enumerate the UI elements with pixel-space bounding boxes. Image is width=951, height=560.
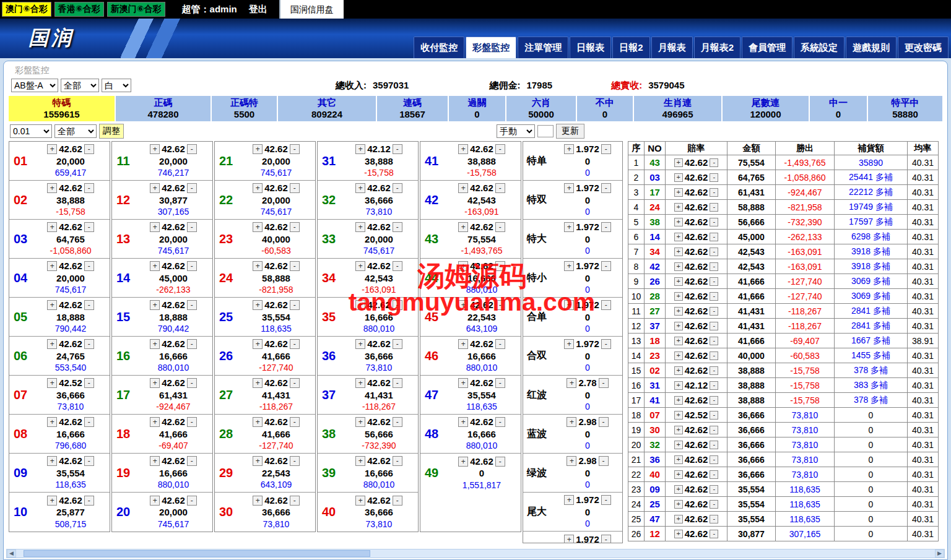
odds-plus-button[interactable]: +: [253, 496, 263, 506]
odds-minus-button[interactable]: -: [187, 183, 197, 193]
odds-plus-button[interactable]: +: [458, 222, 468, 232]
odds-plus-button[interactable]: +: [564, 300, 574, 310]
odds-plus-button[interactable]: +: [674, 203, 683, 212]
category-tab[interactable]: 正碼特5500: [212, 96, 277, 121]
odds-plus-button[interactable]: +: [458, 417, 468, 427]
odds-minus-button[interactable]: -: [290, 222, 300, 232]
odds-plus-button[interactable]: +: [674, 277, 683, 286]
odds-plus-button[interactable]: +: [674, 307, 683, 316]
odds-plus-button[interactable]: +: [150, 496, 160, 506]
odds-minus-button[interactable]: -: [495, 222, 505, 232]
scroll-thumb[interactable]: [24, 550, 370, 557]
odds-minus-button[interactable]: -: [601, 495, 611, 505]
odds-minus-button[interactable]: -: [187, 261, 197, 271]
odds-plus-button[interactable]: +: [674, 530, 683, 538]
odds-minus-button[interactable]: -: [290, 496, 300, 506]
nav-tab[interactable]: 日報表: [570, 37, 611, 58]
odds-plus-button[interactable]: +: [150, 222, 160, 232]
odds-minus-button[interactable]: -: [187, 496, 197, 506]
odds-plus-button[interactable]: +: [458, 300, 468, 310]
odds-minus-button[interactable]: -: [710, 500, 718, 509]
category-tab[interactable]: 不中0: [577, 96, 633, 121]
odds-plus-button[interactable]: +: [674, 455, 683, 464]
odds-minus-button[interactable]: -: [710, 292, 718, 301]
odds-minus-button[interactable]: -: [710, 426, 718, 434]
odds-plus-button[interactable]: +: [150, 261, 160, 271]
odds-plus-button[interactable]: +: [355, 339, 365, 349]
odds-minus-button[interactable]: -: [84, 378, 94, 388]
odds-plus-button[interactable]: +: [47, 261, 57, 271]
odds-plus-button[interactable]: +: [567, 456, 576, 466]
scroll-right-arrow[interactable]: ▶: [935, 549, 944, 558]
odds-plus-button[interactable]: +: [253, 417, 263, 427]
odds-plus-button[interactable]: +: [567, 417, 576, 427]
odds-plus-button[interactable]: +: [253, 144, 263, 154]
odds-plus-button[interactable]: +: [567, 378, 576, 388]
nav-tab[interactable]: 月報表: [651, 37, 693, 58]
odds-plus-button[interactable]: +: [355, 261, 365, 271]
odds-minus-button[interactable]: -: [601, 144, 611, 154]
odds-minus-button[interactable]: -: [710, 441, 718, 449]
odds-minus-button[interactable]: -: [393, 300, 402, 310]
adjust-button[interactable]: 調整: [99, 124, 124, 139]
scroll-left-arrow[interactable]: ◀: [7, 549, 16, 558]
odds-plus-button[interactable]: +: [253, 339, 263, 349]
odds-plus-button[interactable]: +: [47, 456, 57, 466]
odds-plus-button[interactable]: +: [564, 144, 574, 154]
odds-plus-button[interactable]: +: [47, 339, 57, 349]
category-tab[interactable]: 尾數連120000: [723, 96, 809, 121]
category-tab[interactable]: 連碼18567: [377, 96, 448, 121]
odds-plus-button[interactable]: +: [355, 183, 365, 193]
category-tab[interactable]: 生肖連496965: [634, 96, 721, 121]
odds-plus-button[interactable]: +: [150, 144, 160, 154]
odds-minus-button[interactable]: -: [290, 378, 300, 388]
category-tab[interactable]: 特碼1559615: [9, 96, 115, 121]
board-select[interactable]: AB盤-A: [11, 79, 58, 92]
odds-plus-button[interactable]: +: [47, 496, 57, 506]
odds-minus-button[interactable]: -: [393, 417, 402, 427]
odds-minus-button[interactable]: -: [84, 183, 94, 193]
odds-minus-button[interactable]: -: [84, 300, 94, 310]
odds-minus-button[interactable]: -: [601, 261, 611, 271]
odds-plus-button[interactable]: +: [674, 173, 683, 182]
odds-minus-button[interactable]: -: [710, 515, 718, 523]
odds-minus-button[interactable]: -: [710, 248, 718, 256]
odds-plus-button[interactable]: +: [253, 222, 263, 232]
odds-plus-button[interactable]: +: [47, 378, 57, 388]
odds-plus-button[interactable]: +: [253, 300, 263, 310]
odds-minus-button[interactable]: -: [84, 456, 94, 466]
odds-plus-button[interactable]: +: [150, 417, 160, 427]
odds-minus-button[interactable]: -: [710, 530, 718, 538]
odds-plus-button[interactable]: +: [674, 233, 683, 241]
odds-minus-button[interactable]: -: [187, 456, 197, 466]
odds-plus-button[interactable]: +: [458, 378, 468, 388]
nav-tab[interactable]: 注單管理: [518, 37, 568, 58]
odds-plus-button[interactable]: +: [674, 262, 683, 271]
odds-minus-button[interactable]: -: [601, 339, 611, 349]
odds-minus-button[interactable]: -: [187, 300, 197, 310]
odds-minus-button[interactable]: -: [710, 188, 718, 197]
odds-minus-button[interactable]: -: [710, 485, 718, 494]
odds-minus-button[interactable]: -: [710, 218, 718, 226]
odds-plus-button[interactable]: +: [458, 261, 468, 271]
odds-minus-button[interactable]: -: [393, 144, 402, 154]
odds-minus-button[interactable]: -: [187, 144, 197, 154]
odds-minus-button[interactable]: -: [290, 417, 300, 427]
odds-plus-button[interactable]: +: [47, 144, 57, 154]
site-game-button[interactable]: 香港⑥合彩: [54, 2, 104, 17]
odds-minus-button[interactable]: -: [290, 261, 300, 271]
odds-minus-button[interactable]: -: [393, 339, 402, 349]
odds-minus-button[interactable]: -: [710, 337, 718, 345]
odds-plus-button[interactable]: +: [674, 396, 683, 405]
odds-plus-button[interactable]: +: [253, 261, 263, 271]
odds-minus-button[interactable]: -: [393, 496, 402, 506]
odds-minus-button[interactable]: -: [599, 456, 609, 466]
nav-tab[interactable]: 更改密碼: [898, 37, 949, 58]
adjust-input[interactable]: [537, 125, 554, 137]
odds-plus-button[interactable]: +: [564, 183, 574, 193]
odds-plus-button[interactable]: +: [458, 183, 468, 193]
odds-minus-button[interactable]: -: [84, 339, 94, 349]
logout-link[interactable]: 登出: [249, 4, 267, 15]
odds-plus-button[interactable]: +: [355, 144, 365, 154]
odds-minus-button[interactable]: -: [601, 535, 611, 543]
